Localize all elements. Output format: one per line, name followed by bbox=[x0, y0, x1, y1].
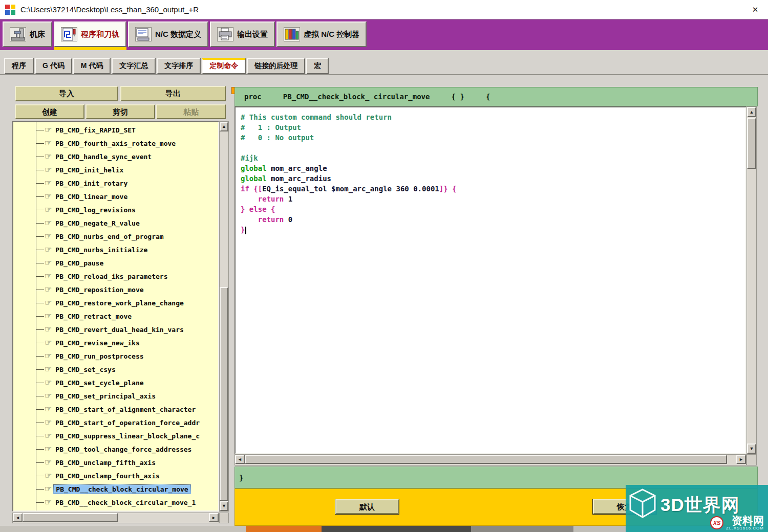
tree-item[interactable]: ☞PB_CMD_nurbs_end_of_program bbox=[13, 230, 218, 243]
hand-pointer-icon: ☞ bbox=[45, 259, 52, 267]
tree-branch-line bbox=[36, 462, 44, 463]
tree-item[interactable]: ☞PB_CMD_run_postprocess bbox=[13, 349, 218, 363]
scroll-left-icon[interactable]: ◄ bbox=[13, 513, 23, 522]
scroll-up-icon[interactable]: ▲ bbox=[747, 107, 756, 117]
tree-item[interactable]: ☞PB_CMD_revert_dual_head_kin_vars bbox=[13, 323, 218, 336]
tree-item[interactable]: ☞PB_CMD__check_block_circular_move bbox=[13, 482, 218, 496]
main-tab-1[interactable]: 程序和刀轨 bbox=[54, 21, 126, 47]
tree-item-label: PB_CMD_unclamp_fourth_axis bbox=[53, 472, 162, 480]
sub-tab-2[interactable]: M 代码 bbox=[73, 58, 111, 74]
scroll-down-icon[interactable]: ▼ bbox=[747, 444, 756, 454]
hand-pointer-icon: ☞ bbox=[45, 246, 52, 254]
main-tab-0[interactable]: 机床 bbox=[3, 21, 52, 47]
tree-item-label: PB_CMD_nurbs_end_of_program bbox=[53, 232, 165, 241]
tree-item[interactable]: ☞PB_CMD_reposition_move bbox=[13, 283, 218, 296]
tree-item-label: PB_CMD_reposition_move bbox=[53, 285, 145, 294]
tree-item[interactable]: ☞PB_CMD_handle_sync_event bbox=[13, 150, 218, 163]
tree-item[interactable]: ☞PB_CMD_set_principal_axis bbox=[13, 389, 218, 403]
tree-item[interactable]: ☞PB_CMD_init_helix bbox=[13, 163, 218, 176]
main-tab-label: 虚拟 N/C 控制器 bbox=[304, 30, 359, 39]
main-tab-3[interactable]: 输出设置 bbox=[210, 21, 275, 47]
tree-item[interactable]: ☞PB_CMD_log_revisions bbox=[13, 203, 218, 216]
tree-item[interactable]: ☞PB_CMD_nurbs_initialize bbox=[13, 243, 218, 256]
scroll-right-icon[interactable]: ► bbox=[736, 455, 746, 464]
tree-item[interactable]: ☞PB_CMD_fourth_axis_rotate_move bbox=[13, 137, 218, 150]
main-tab-2[interactable]: N/C 数据定义 bbox=[128, 21, 208, 47]
tree-item-label: PB_CMD_run_postprocess bbox=[53, 352, 145, 361]
sub-tab-1[interactable]: G 代码 bbox=[35, 58, 72, 74]
tree-item-label: PB_CMD_log_revisions bbox=[53, 206, 138, 214]
tree-item[interactable]: ☞PB_CMD_tool_change_force_addresses bbox=[13, 442, 218, 456]
editor-scroll-thumb[interactable] bbox=[747, 118, 756, 169]
code-editor[interactable]: # This custom command should return# 1 :… bbox=[234, 106, 746, 454]
sub-tab-5[interactable]: 定制命令 bbox=[202, 58, 246, 74]
tree-item[interactable]: ☞PB_CMD_fix_RAPID_SET bbox=[13, 123, 218, 137]
tree-branch-line bbox=[36, 329, 44, 330]
scroll-down-icon[interactable]: ▼ bbox=[220, 501, 228, 511]
tree-branch-line bbox=[36, 196, 44, 197]
sub-tab-7[interactable]: 宏 bbox=[306, 58, 329, 74]
tree-item[interactable]: ☞PB_CMD_revise_new_iks bbox=[13, 336, 218, 349]
tree-scroll-thumb[interactable] bbox=[220, 287, 228, 501]
tree-item[interactable]: ☞PB_CMD_start_of_alignment_character bbox=[13, 403, 218, 416]
scroll-right-icon[interactable]: ► bbox=[209, 513, 219, 522]
tree-item-label: PB_CMD_revert_dual_head_kin_vars bbox=[53, 325, 185, 334]
editor-horizontal-scrollbar[interactable]: ◄ ► bbox=[234, 454, 746, 465]
command-tree[interactable]: ☞PB_CMD_fix_RAPID_SET☞PB_CMD_fourth_axis… bbox=[12, 121, 219, 512]
scroll-up-icon[interactable]: ▲ bbox=[220, 122, 228, 131]
hand-pointer-icon: ☞ bbox=[45, 299, 52, 307]
close-icon[interactable]: ✕ bbox=[750, 4, 761, 15]
sub-tab-3[interactable]: 文字汇总 bbox=[112, 58, 156, 74]
tree-horizontal-scrollbar[interactable]: ◄ ► bbox=[12, 513, 219, 523]
hand-pointer-icon: ☞ bbox=[45, 445, 52, 453]
tree-item[interactable]: ☞PB_CMD_unclamp_fourth_axis bbox=[13, 469, 218, 482]
editor-hscroll-thumb[interactable] bbox=[245, 455, 727, 464]
tree-hscroll-thumb[interactable] bbox=[23, 513, 118, 522]
tree-branch-line bbox=[36, 343, 44, 343]
tree-item[interactable]: ☞PB_CMD_linear_move bbox=[13, 190, 218, 203]
hand-pointer-icon: ☞ bbox=[45, 192, 52, 201]
tree-branch-line bbox=[36, 130, 44, 130]
tree-item[interactable]: ☞PB_CMD_set_csys bbox=[13, 363, 218, 376]
tree-item[interactable]: ☞PB_CMD__check_block_circular_move_1 bbox=[13, 496, 218, 509]
hand-pointer-icon: ☞ bbox=[45, 325, 52, 334]
export-button[interactable]: 导出 bbox=[120, 86, 226, 101]
sub-tab-4[interactable]: 文字排序 bbox=[157, 58, 201, 74]
tree-item[interactable]: ☞PB_CMD_set_cycle_plane bbox=[13, 376, 218, 389]
tree-item[interactable]: ☞PB_CMD_negate_R_value bbox=[13, 216, 218, 230]
hand-pointer-icon: ☞ bbox=[45, 405, 52, 413]
paste-button[interactable]: 粘贴 bbox=[156, 104, 226, 119]
default-button[interactable]: 默认 bbox=[335, 499, 399, 514]
scroll-left-icon[interactable]: ◄ bbox=[235, 455, 245, 464]
tree-item[interactable]: ☞PB_CMD_pause bbox=[13, 256, 218, 270]
tree-item[interactable]: ☞PB_CMD_restore_work_plane_change bbox=[13, 296, 218, 309]
tree-item[interactable]: ☞PB_CMD_init_rotary bbox=[13, 176, 218, 190]
hand-pointer-icon: ☞ bbox=[45, 166, 52, 174]
tree-item-label: PB_CMD_linear_move bbox=[53, 192, 130, 201]
tree-vertical-scrollbar[interactable]: ▲ ▼ bbox=[219, 121, 229, 512]
tree-branch-line bbox=[36, 502, 44, 503]
main-tab-4[interactable]: 虚拟 N/C 控制器 bbox=[276, 21, 367, 47]
tree-branch-line bbox=[36, 316, 44, 317]
import-button[interactable]: 导入 bbox=[15, 86, 118, 101]
proc-header: proc PB_CMD__check_block_ circular_move … bbox=[234, 87, 758, 106]
tree-item[interactable]: ☞PB_CMD_unclamp_fifth_axis bbox=[13, 456, 218, 469]
cut-button[interactable]: 剪切 bbox=[86, 104, 155, 119]
toolpath-icon bbox=[61, 27, 77, 41]
code-line: global mom_arc_radius bbox=[241, 173, 745, 184]
tab-divider bbox=[0, 74, 768, 75]
code-line: } bbox=[241, 225, 745, 235]
tree-item[interactable]: ☞PB_CMD_suppress_linear_block_plane_c bbox=[13, 429, 218, 442]
hand-pointer-icon: ☞ bbox=[45, 485, 52, 493]
sub-tab-0[interactable]: 程序 bbox=[4, 58, 34, 74]
main-tab-label: 机床 bbox=[30, 30, 45, 39]
sub-tab-6[interactable]: 链接的后处理 bbox=[247, 58, 305, 74]
tree-branch-line bbox=[36, 303, 44, 303]
hand-pointer-icon: ☞ bbox=[45, 219, 52, 227]
create-button[interactable]: 创建 bbox=[15, 104, 84, 119]
tree-item[interactable]: ☞PB_CMD_start_of_operation_force_addr bbox=[13, 416, 218, 429]
main-tab-label: N/C 数据定义 bbox=[155, 30, 201, 39]
tree-item[interactable]: ☞PB_CMD_reload_iks_parameters bbox=[13, 270, 218, 283]
tree-item[interactable]: ☞PB_CMD_retract_move bbox=[13, 309, 218, 323]
editor-vertical-scrollbar[interactable]: ▲ ▼ bbox=[746, 106, 757, 454]
